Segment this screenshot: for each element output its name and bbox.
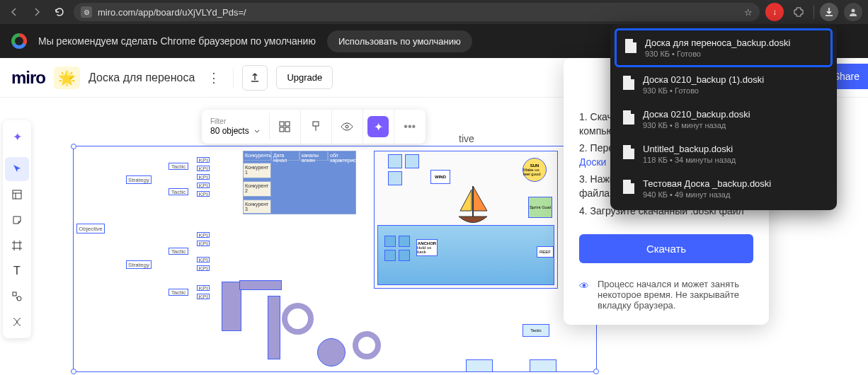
download-item[interactable]: Доска 0210_backup (1).doski 930 КБ • Гот… [615, 67, 833, 102]
downloads-icon[interactable] [820, 3, 838, 21]
sticky-note[interactable] [384, 250, 396, 261]
svg-rect-10 [13, 292, 16, 296]
shapes-tool-icon[interactable] [5, 284, 29, 308]
download-button[interactable]: Скачать [579, 234, 753, 263]
connector-tool-icon[interactable] [5, 310, 29, 334]
table-header[interactable]: обл характеристики [328, 151, 356, 161]
selection-filter[interactable]: Filter 80 objects [202, 113, 270, 140]
grid-tool-icon[interactable] [270, 110, 301, 144]
sticky-note[interactable] [388, 171, 402, 185]
diagram-node[interactable]: Strategy [126, 175, 152, 184]
diagram-node[interactable]: Objective [76, 224, 105, 233]
resize-handle-br[interactable] [593, 369, 599, 374]
sticky-note-tool-icon[interactable] [5, 208, 29, 232]
ai-selection-tool[interactable]: ✦ [363, 110, 394, 144]
text-tool-icon[interactable]: T [5, 259, 29, 283]
flowchart-node[interactable] [466, 359, 493, 372]
url-bar[interactable]: ⚙ miro.com/app/board/uXjVLYd_Pds=/ ☆ [74, 3, 760, 21]
profile-avatar-icon[interactable] [844, 3, 862, 21]
divider-icon [233, 68, 234, 88]
extensions-puzzle-icon[interactable] [789, 3, 808, 21]
ai-sparkle-icon[interactable]: ✦ [5, 125, 29, 149]
cursor-tool-icon[interactable] [5, 157, 29, 181]
divider-icon [813, 5, 814, 19]
board-title[interactable]: Доска для переноса [88, 71, 195, 84]
sticky-note[interactable] [405, 154, 419, 168]
table-row[interactable]: Конкурент 1 [243, 163, 271, 178]
extension-red-icon[interactable]: ↓ [765, 3, 784, 21]
nav-back-icon[interactable] [6, 4, 23, 21]
sticky-note[interactable] [384, 236, 396, 247]
diagram-node[interactable]: KPI [197, 265, 210, 271]
diagram-node[interactable]: Tactic [169, 188, 188, 195]
process-note: 👁 Процесс начался и может занять некотор… [579, 279, 753, 311]
sailboat-icon[interactable] [452, 183, 494, 232]
diagram-node[interactable]: KPI [197, 285, 210, 291]
frame-tool-icon[interactable] [5, 233, 29, 258]
table-header[interactable]: Конкуренты [243, 151, 271, 161]
diagram-node[interactable]: KPI [197, 166, 210, 171]
diagram-node[interactable]: Tactic [169, 163, 188, 170]
resize-handle-tl[interactable] [71, 144, 76, 149]
canvas-shape[interactable] [282, 303, 314, 335]
svg-rect-12 [280, 122, 284, 126]
download-item[interactable]: Тестовая Доска _backup.doski 940 КБ • 49… [615, 171, 833, 206]
diagram-node[interactable]: KPI [197, 232, 210, 238]
svg-rect-14 [280, 127, 284, 132]
flowchart-node[interactable] [530, 359, 556, 372]
extensions-area: ↓ [765, 3, 862, 21]
nav-forward-icon[interactable] [28, 4, 45, 21]
board-emoji-icon[interactable]: 🌟 [54, 67, 80, 89]
file-icon [623, 110, 634, 125]
use-default-button[interactable]: Использовать по умолчанию [327, 30, 472, 52]
board-menu-kebab-icon[interactable]: ⋮ [203, 70, 224, 86]
resize-handle-bl[interactable] [71, 369, 76, 374]
diagram-node[interactable]: KPI [197, 174, 210, 180]
flowchart-node[interactable]: Tactic [522, 324, 549, 337]
diagram-node[interactable]: KPI [197, 157, 210, 163]
svg-rect-15 [285, 127, 290, 132]
sticky-note[interactable] [388, 154, 402, 168]
sun-sticky[interactable]: SUNMake us feel good [522, 158, 547, 182]
canvas-shape[interactable] [222, 282, 241, 331]
table-header[interactable]: Дата начал [271, 151, 299, 161]
canvas-shape[interactable] [317, 338, 346, 367]
download-item[interactable]: Доска 0210_backup.doski 930 КБ • 8 минут… [615, 102, 833, 137]
diagram-node[interactable]: KPI [197, 257, 210, 262]
sprint-goal-sticky[interactable]: Sprint Goal [528, 197, 552, 218]
canvas-shape[interactable] [268, 296, 280, 359]
url-text: miro.com/app/board/uXjVLYd_Pds=/ [98, 7, 246, 18]
diagram-node[interactable]: Strategy [126, 260, 152, 269]
download-filename: Доска для переноса_backup.doski [645, 38, 822, 48]
star-icon[interactable]: ☆ [744, 7, 753, 18]
miro-logo[interactable]: miro [11, 68, 45, 88]
diagram-node[interactable]: KPI [197, 241, 210, 246]
diagram-node[interactable]: KPI [197, 294, 210, 299]
diagram-node[interactable]: KPI [197, 191, 210, 197]
download-item[interactable]: Untitled_backup.doski 118 КБ • 34 минуты… [615, 137, 833, 171]
upgrade-button[interactable]: Upgrade [276, 66, 333, 89]
table-header[interactable]: каналы влиян [299, 151, 328, 161]
reef-sticky[interactable]: REEF [537, 246, 554, 258]
template-tool-icon[interactable] [5, 183, 29, 207]
export-button[interactable] [242, 65, 268, 91]
table-row[interactable]: Конкурент 2 [243, 181, 271, 197]
download-item[interactable]: Доска для переноса_backup.doski 930 КБ •… [615, 28, 833, 67]
file-icon [623, 76, 634, 90]
sticky-note[interactable] [399, 250, 410, 261]
canvas-shape[interactable] [353, 331, 381, 359]
download-filename: Тестовая Доска _backup.doski [643, 178, 824, 189]
paint-tool-icon[interactable] [301, 110, 332, 144]
more-tool-icon[interactable]: ••• [394, 110, 426, 144]
diagram-node[interactable]: Tactic [169, 289, 188, 296]
nav-reload-icon[interactable] [51, 4, 68, 21]
wind-sticky[interactable]: WIND [430, 170, 450, 184]
table-row[interactable]: Конкурент 3 [243, 200, 271, 214]
diagram-node[interactable]: Tactic [169, 248, 188, 255]
diagram-node[interactable]: KPI [197, 183, 210, 188]
visibility-tool-icon[interactable] [332, 110, 363, 144]
anchor-sticky[interactable]: ANCHORHold us back [416, 239, 438, 256]
canvas-shape[interactable] [239, 280, 282, 290]
sticky-note[interactable] [399, 236, 410, 247]
site-settings-icon[interactable]: ⚙ [81, 6, 92, 18]
